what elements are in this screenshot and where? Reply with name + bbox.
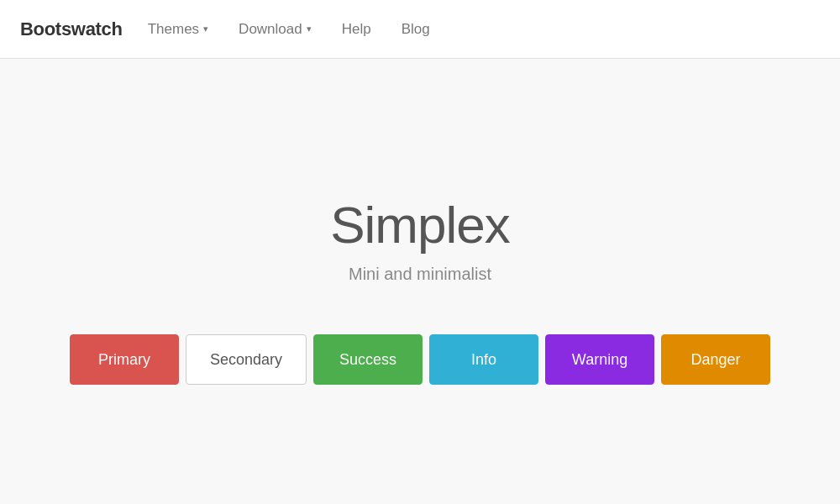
- buttons-row: Primary Secondary Success Info Warning D…: [70, 334, 770, 385]
- btn-info[interactable]: Info: [429, 334, 538, 385]
- download-caret-icon: ▾: [307, 24, 312, 34]
- themes-caret-icon: ▾: [203, 24, 208, 34]
- btn-primary[interactable]: Primary: [70, 334, 179, 385]
- theme-subtitle: Mini and minimalist: [349, 265, 491, 284]
- navbar: Bootswatch Themes ▾ Download ▾ Help Blog: [0, 0, 840, 59]
- nav-item-help-label: Help: [342, 21, 371, 38]
- main-content: Simplex Mini and minimalist Primary Seco…: [0, 59, 840, 504]
- nav-item-download-label: Download: [239, 21, 302, 38]
- nav-item-help[interactable]: Help: [330, 0, 383, 59]
- btn-warning[interactable]: Warning: [545, 334, 654, 385]
- nav-item-blog[interactable]: Blog: [390, 0, 442, 59]
- theme-title: Simplex: [330, 195, 510, 255]
- btn-success[interactable]: Success: [313, 334, 423, 385]
- nav-item-download[interactable]: Download ▾: [227, 0, 323, 59]
- nav-item-blog-label: Blog: [402, 21, 430, 38]
- btn-secondary[interactable]: Secondary: [186, 334, 307, 385]
- btn-danger[interactable]: Danger: [661, 334, 770, 385]
- navbar-brand[interactable]: Bootswatch: [20, 18, 123, 40]
- nav-item-themes-label: Themes: [148, 21, 199, 38]
- nav-item-themes[interactable]: Themes ▾: [136, 0, 220, 59]
